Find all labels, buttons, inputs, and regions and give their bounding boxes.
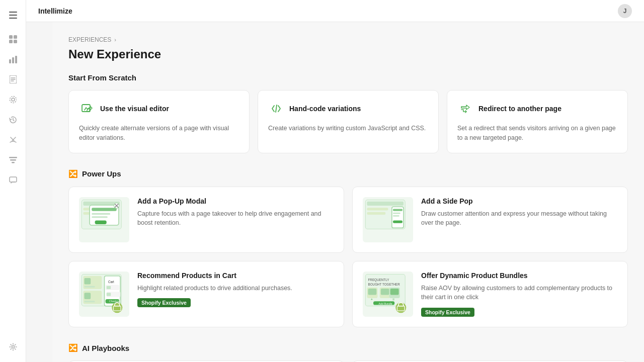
svg-rect-45 (393, 212, 400, 214)
sidebar-item-experiments[interactable] (4, 131, 22, 149)
svg-rect-2 (9, 18, 17, 19)
svg-rect-75 (390, 288, 399, 295)
breadcrumb: EXPERIENCES › (68, 36, 628, 43)
svg-rect-60 (107, 293, 111, 296)
svg-rect-72 (381, 288, 389, 295)
svg-rect-9 (15, 56, 17, 63)
svg-point-24 (12, 346, 14, 348)
popup-modal-illustration (79, 197, 129, 242)
visual-editor-title: Use the visual editor (100, 105, 169, 113)
svg-rect-33 (92, 213, 110, 214)
svg-rect-8 (12, 57, 14, 63)
redirect-icon (457, 101, 473, 117)
svg-rect-40 (367, 201, 404, 205)
svg-rect-35 (95, 220, 107, 224)
header: Intellimize J (26, 0, 644, 22)
popup-modal-desc: Capture focus with a page takeover to he… (137, 209, 334, 228)
power-card-popup-modal[interactable]: Add a Pop-Up Modal Capture focus with a … (68, 187, 344, 253)
sidebar-item-analytics[interactable] (4, 50, 22, 68)
svg-rect-3 (9, 35, 13, 39)
svg-rect-50 (85, 278, 91, 284)
power-card-side-pop[interactable]: Add a Side Pop Draw customer attention a… (352, 187, 628, 253)
svg-rect-0 (9, 12, 17, 13)
svg-text:+: + (371, 297, 373, 302)
hand-code-icon (268, 101, 284, 117)
dynamic-bundles-title: Offer Dynamic Product Bundles (421, 272, 617, 280)
dynamic-bundles-badge: Shopify Exclusive (421, 308, 474, 317)
svg-rect-4 (14, 35, 17, 39)
svg-rect-47 (393, 220, 403, 223)
side-pop-title: Add a Side Pop (421, 197, 617, 205)
svg-text:Checkout: Checkout (109, 300, 121, 303)
svg-rect-7 (9, 59, 11, 63)
svg-rect-21 (10, 159, 16, 161)
side-pop-desc: Draw customer attention and express your… (421, 209, 617, 228)
scratch-section-title: Start From Scratch (68, 73, 628, 82)
sidebar-bottom (4, 338, 22, 356)
redirect-desc: Set a redirect that sends visitors arriv… (457, 124, 617, 143)
svg-rect-1 (9, 15, 17, 16)
svg-rect-51 (85, 286, 95, 287)
sidebar (0, 0, 26, 362)
svg-rect-32 (92, 208, 116, 211)
svg-rect-6 (14, 40, 17, 43)
power-card-recommend-cart[interactable]: Cart Checkout Recommend Products in Cart… (68, 261, 344, 328)
sidebar-item-messages[interactable] (4, 171, 22, 189)
power-card-dynamic-bundles[interactable]: FREQUENTLY BOUGHT TOGETHER + = Add Bundl… (352, 261, 628, 328)
svg-rect-20 (9, 157, 17, 158)
visual-editor-icon (79, 101, 95, 117)
redirect-title: Redirect to another page (478, 105, 561, 113)
hand-code-title: Hand-code variations (289, 105, 361, 113)
power-cards-container: Add a Pop-Up Modal Capture focus with a … (68, 187, 628, 328)
svg-line-26 (276, 105, 277, 112)
sidebar-item-settings[interactable] (4, 338, 22, 356)
powerups-section-title: 🔀 Power Ups (68, 169, 628, 178)
popup-modal-title: Add a Pop-Up Modal (137, 197, 334, 205)
sidebar-item-filters[interactable] (4, 151, 22, 169)
svg-point-15 (10, 97, 16, 103)
sidebar-item-dashboard[interactable] (4, 30, 22, 48)
page-title: New Experience (68, 47, 628, 61)
svg-rect-69 (368, 288, 377, 295)
scratch-card-visual-editor[interactable]: Use the visual editor Quickly create alt… (68, 90, 250, 153)
app-title: Intellimize (38, 7, 72, 15)
powerups-icon: 🔀 (68, 169, 78, 178)
ai-section-title: 🔀 AI Playbooks (68, 343, 628, 352)
main-content: EXPERIENCES › New Experience Start From … (52, 22, 644, 362)
recommend-cart-illustration: Cart Checkout (79, 272, 129, 317)
sidebar-item-settings-sub[interactable] (4, 90, 22, 109)
svg-rect-53 (85, 293, 91, 299)
svg-rect-44 (393, 209, 403, 211)
svg-point-14 (12, 98, 15, 101)
svg-rect-54 (85, 301, 95, 302)
svg-rect-41 (367, 208, 388, 210)
sidebar-item-documents[interactable] (4, 70, 22, 88)
svg-rect-42 (367, 212, 385, 214)
scratch-card-hand-code[interactable]: Hand-code variations Create variations b… (258, 90, 439, 153)
recommend-cart-desc: Highlight related products to drive addi… (137, 284, 334, 293)
svg-rect-22 (12, 162, 15, 163)
sidebar-item-history[interactable] (4, 111, 22, 129)
svg-line-17 (13, 120, 14, 121)
breadcrumb-parent[interactable]: EXPERIENCES (68, 36, 111, 43)
dynamic-bundles-desc: Raise AOV by allowing customers to add c… (421, 284, 617, 303)
breadcrumb-separator: › (114, 37, 116, 43)
svg-rect-58 (107, 286, 111, 289)
scratch-card-redirect[interactable]: Redirect to another page Set a redirect … (447, 90, 628, 153)
ai-icon: 🔀 (68, 343, 78, 352)
hand-code-desc: Create variations by writing custom Java… (268, 124, 428, 133)
svg-rect-34 (92, 216, 108, 218)
user-avatar[interactable]: J (618, 4, 632, 18)
visual-editor-desc: Quickly create alternate versions of a p… (79, 124, 239, 143)
svg-text:FREQUENTLY: FREQUENTLY (368, 278, 390, 282)
svg-text:Cart: Cart (108, 280, 114, 284)
svg-rect-5 (9, 40, 13, 43)
dynamic-bundles-illustration: FREQUENTLY BOUGHT TOGETHER + = Add Bundl… (363, 272, 413, 317)
recommend-cart-badge: Shopify Exclusive (137, 298, 191, 307)
scratch-cards-container: Use the visual editor Quickly create alt… (68, 90, 628, 153)
side-pop-illustration (363, 197, 413, 242)
svg-text:Add Bundle: Add Bundle (379, 302, 392, 305)
svg-text:BOUGHT TOGETHER: BOUGHT TOGETHER (368, 282, 400, 286)
recommend-cart-title: Recommend Products in Cart (137, 272, 334, 280)
sidebar-item-menu[interactable] (4, 6, 22, 24)
